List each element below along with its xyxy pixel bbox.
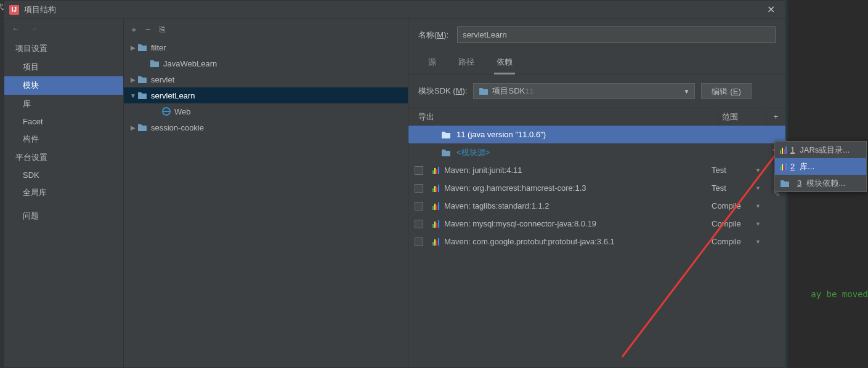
sidebar-item-problems[interactable]: 问题 xyxy=(4,207,123,225)
library-icon xyxy=(432,238,439,246)
tree-item-label: servletLearn xyxy=(151,91,195,100)
tree-item-label: JavaWebLearn xyxy=(163,59,217,68)
nav-forward-icon: → xyxy=(27,23,40,34)
folder-icon xyxy=(137,123,147,132)
tab-sources[interactable]: 源 xyxy=(426,52,439,74)
dependency-scope[interactable]: Test▼ xyxy=(712,166,766,175)
folder-icon xyxy=(479,87,489,95)
copy-module-icon[interactable]: ⎘ xyxy=(160,24,165,34)
tree-row-session-cookie[interactable]: ▶session-cookie xyxy=(124,119,408,135)
folder-icon xyxy=(137,91,147,100)
sidebar-item-facets[interactable]: Facet xyxy=(4,113,123,130)
dependency-name: Maven: junit:junit:4.11 xyxy=(442,166,712,175)
dependency-row[interactable]: <模块源> xyxy=(408,143,785,161)
dependency-name: Maven: mysql:mysql-connector-java:8.0.19 xyxy=(442,219,712,228)
tree-row-servletlearn[interactable]: ▼servletLearn xyxy=(124,87,408,103)
sidebar: ← → 项目设置 项目 模块 库 Facet 构件 平台设置 SDK 全局库 问… xyxy=(4,19,124,367)
sidebar-item-project[interactable]: 项目 xyxy=(4,58,123,76)
web-icon xyxy=(162,107,171,116)
module-sdk-select[interactable]: 项目SDK 11 ▼ xyxy=(473,83,695,99)
popup-item-库[interactable]: 2库... xyxy=(775,158,866,175)
popup-item-label: JARs或目录... xyxy=(800,145,850,156)
sidebar-item-libraries[interactable]: 库 xyxy=(4,95,123,113)
edit-sdk-button[interactable]: 编辑 (E) xyxy=(701,83,752,99)
add-module-icon[interactable]: + xyxy=(131,24,137,34)
export-checkbox[interactable] xyxy=(415,238,423,246)
remove-module-icon[interactable]: − xyxy=(145,24,151,34)
dependency-row[interactable]: 11 (java version "11.0.6") xyxy=(408,126,785,143)
nav-back-icon[interactable]: ← xyxy=(9,23,22,34)
export-checkbox[interactable] xyxy=(415,166,423,175)
chevron-down-icon: ▼ xyxy=(755,221,761,227)
project-structure-dialog: IJ 项目结构 ✕ ← → 项目设置 项目 模块 库 Facet 构件 平台设置… xyxy=(4,0,786,368)
chevron-down-icon: ▼ xyxy=(755,203,761,209)
library-icon xyxy=(432,202,439,210)
dependency-name: Maven: taglibs:standard:1.1.2 xyxy=(442,201,712,210)
titlebar-title: 项目结构 xyxy=(24,4,761,15)
folder-icon xyxy=(441,148,451,157)
app-icon: IJ xyxy=(9,5,19,15)
library-icon xyxy=(780,163,787,170)
folder-icon xyxy=(780,179,790,188)
dependency-scope[interactable]: Compile▼ xyxy=(712,237,766,246)
dependency-row[interactable]: Maven: junit:junit:4.11Test▼ xyxy=(408,161,785,179)
chevron-down-icon: ▼ xyxy=(684,88,690,95)
popup-item-label: 库... xyxy=(800,161,814,172)
popup-mnemonic: 3 xyxy=(797,178,801,188)
tree-toolbar: + − ⎘ xyxy=(124,19,408,39)
export-checkbox[interactable] xyxy=(415,184,423,193)
add-dependency-button[interactable]: + xyxy=(766,108,785,125)
folder-icon xyxy=(150,59,160,68)
tree-item-label: Web xyxy=(174,107,191,116)
tree-row-filter[interactable]: ▶filter xyxy=(124,39,408,55)
folder-icon xyxy=(137,43,147,52)
dependency-row[interactable]: Maven: mysql:mysql-connector-java:8.0.19… xyxy=(408,215,785,233)
titlebar: IJ 项目结构 ✕ xyxy=(4,1,785,19)
module-name-input[interactable] xyxy=(457,26,776,43)
module-tree-panel: + − ⎘ ▶filter▶JavaWebLearn▶servlet▼servl… xyxy=(124,19,408,367)
dependency-name: <模块源> xyxy=(454,147,712,158)
col-scope-header: 范围 xyxy=(718,108,766,125)
tree-arrow-icon[interactable]: ▶ xyxy=(129,44,137,51)
tree-arrow-icon[interactable]: ▶ xyxy=(129,124,137,131)
export-checkbox[interactable] xyxy=(415,220,423,228)
dependency-scope[interactable]: Test▼ xyxy=(712,183,766,193)
export-checkbox[interactable] xyxy=(415,202,423,210)
sidebar-item-artifacts[interactable]: 构件 xyxy=(4,130,123,148)
tree-item-label: filter xyxy=(151,43,166,52)
dependency-scope[interactable]: Compile▼ xyxy=(712,201,766,210)
module-detail-panel: 名称(M): 源 路径 依赖 模块SDK (M): 项目SDK 11 ▼ 编辑 … xyxy=(408,19,785,367)
tree-arrow-icon[interactable]: ▶ xyxy=(129,76,137,83)
tree-item-label: servlet xyxy=(151,75,174,84)
dependency-scope[interactable]: Compile▼ xyxy=(712,219,766,228)
dependency-name: Maven: org.hamcrest:hamcrest-core:1.3 xyxy=(442,183,712,193)
dependency-row[interactable]: Maven: com.google.protobuf:protobuf-java… xyxy=(408,233,785,250)
sidebar-item-modules[interactable]: 模块 xyxy=(4,76,123,95)
tree-row-web[interactable]: ▶Web xyxy=(124,103,408,119)
dependency-row[interactable]: Maven: org.hamcrest:hamcrest-core:1.3Tes… xyxy=(408,179,785,197)
tree-row-servlet[interactable]: ▶servlet xyxy=(124,71,408,87)
tab-dependencies[interactable]: 依赖 xyxy=(494,52,515,74)
folder-icon xyxy=(137,75,147,84)
tree-arrow-icon[interactable]: ▼ xyxy=(129,92,137,99)
library-icon xyxy=(432,185,439,192)
name-label: 名称(M): xyxy=(418,30,448,41)
sidebar-heading-platform: 平台设置 xyxy=(4,148,123,167)
sidebar-heading-project: 项目设置 xyxy=(4,39,123,58)
chevron-down-icon: ▼ xyxy=(755,185,761,191)
add-dependency-popup: 1JARs或目录...2库...3模块依赖... xyxy=(774,141,867,192)
dependency-name: Maven: com.google.protobuf:protobuf-java… xyxy=(442,237,712,246)
tree-row-javaweblearn[interactable]: ▶JavaWebLearn xyxy=(124,55,408,71)
close-icon[interactable]: ✕ xyxy=(761,4,781,15)
sidebar-item-sdks[interactable]: SDK xyxy=(4,167,123,183)
popup-item-模块依赖[interactable]: 3模块依赖... xyxy=(775,175,866,191)
tab-paths[interactable]: 路径 xyxy=(456,52,477,74)
dependencies-table: 导出 范围 + ✎ 11 (java version "11.0.6")<模块源… xyxy=(408,108,785,367)
popup-mnemonic: 2 xyxy=(790,162,795,171)
dependency-row[interactable]: Maven: taglibs:standard:1.1.2Compile▼ xyxy=(408,197,785,215)
popup-item-label: 模块依赖... xyxy=(806,178,845,189)
editor-background-text: ay be moved xyxy=(811,289,868,299)
sidebar-item-global-libs[interactable]: 全局库 xyxy=(4,183,123,202)
popup-item-JARs或目录[interactable]: 1JARs或目录... xyxy=(775,142,866,158)
chevron-down-icon: ▼ xyxy=(755,239,761,245)
